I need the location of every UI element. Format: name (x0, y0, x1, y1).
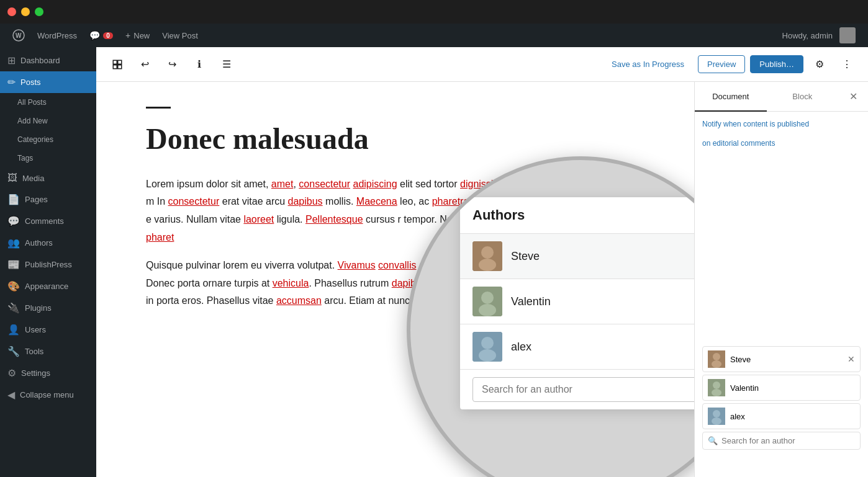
svg-point-19 (713, 381, 720, 389)
sidebar-item-authors[interactable]: 👥 Authors (0, 232, 96, 254)
toolbar-right: Save as In Progress Preview Publish… ⚙ ⋮ (603, 53, 858, 76)
sidebar-item-plugins[interactable]: 🔌 Plugins (0, 297, 96, 319)
tools-icon: 🔧 (7, 345, 20, 357)
redo-button[interactable]: ↪ (161, 53, 183, 76)
tab-block[interactable]: Block (767, 82, 839, 112)
preview-button[interactable]: Preview (698, 55, 745, 73)
sidebar-item-label-all-posts: All Posts (17, 98, 47, 107)
svg-rect-5 (118, 65, 122, 68)
sidebar-item-label-comments: Comments (25, 216, 64, 226)
editorial-link[interactable]: on editorial comments (702, 139, 775, 148)
settings-button[interactable]: ⚙ (808, 53, 831, 76)
svg-rect-4 (113, 65, 117, 68)
svg-rect-3 (118, 60, 122, 64)
panel-body: Notify when content is published on edit… (695, 112, 868, 477)
sidebar-item-all-posts[interactable]: All Posts (0, 93, 96, 112)
sidebar-item-label-posts: Posts (20, 78, 41, 87)
panel-tabs: Document Block ✕ (695, 82, 868, 112)
author-name-alex: alex (511, 341, 531, 354)
admin-bar-notifications[interactable]: 💬 0 (83, 24, 119, 47)
publishpress-icon: 📰 (7, 259, 20, 270)
sidebar-item-label-add-new: Add New (17, 117, 48, 125)
admin-bar-wp-label[interactable]: WordPress (31, 24, 83, 47)
svg-text:W: W (16, 32, 22, 39)
svg-point-22 (713, 410, 720, 417)
add-block-button[interactable] (106, 53, 129, 76)
collapse-icon: ◀ (7, 389, 15, 401)
svg-rect-2 (113, 60, 117, 64)
sidebar-item-appearance[interactable]: 🎨 Appearance (0, 275, 96, 297)
selected-chip-valentin: Valentin (702, 375, 861, 401)
sidebar-item-comments[interactable]: 💬 Comments (0, 210, 96, 232)
publish-button[interactable]: Publish… (750, 55, 803, 73)
author-avatar-alex (472, 332, 502, 362)
media-icon: 🖼 (7, 172, 17, 184)
tab-document[interactable]: Document (695, 82, 767, 112)
sidebar-item-settings[interactable]: ⚙ Settings (0, 362, 96, 384)
sidebar-item-label-collapse: Collapse menu (20, 390, 74, 399)
sidebar-item-label-plugins: Plugins (25, 303, 52, 313)
selected-authors-section: Steve ✕ Valentin (702, 346, 861, 450)
panel-close-button[interactable]: ✕ (842, 86, 864, 108)
post-title[interactable]: Donec malesuada (146, 121, 644, 157)
traffic-light-green[interactable] (35, 7, 43, 16)
sidebar-item-label-appearance: Appearance (25, 282, 68, 291)
svg-point-17 (712, 360, 721, 368)
more-button[interactable]: ⋮ (836, 53, 858, 76)
notify-link[interactable]: Notify when content is published (702, 120, 809, 128)
editor-area: ↩ ↪ ℹ ☰ Save as In Progress Preview Publ… (96, 47, 868, 477)
sidebar-item-label-publishpress: PublishPress (25, 260, 72, 269)
sidebar-item-media[interactable]: 🖼 Media (0, 167, 96, 189)
admin-bar-new[interactable]: + New (119, 24, 156, 47)
sidebar-item-posts[interactable]: ✏ Posts (0, 71, 96, 93)
users-icon: 👤 (7, 324, 20, 336)
author-item-alex[interactable]: alex (460, 324, 694, 370)
admin-bar-view-post[interactable]: View Post (156, 24, 204, 47)
sidebar-item-collapse[interactable]: ◀ Collapse menu (0, 384, 96, 406)
post-body[interactable]: Lorem ipsum dolor sit amet, amet, consec… (146, 176, 644, 311)
chip-name-alex: alex (730, 412, 745, 421)
sidebar-item-dashboard[interactable]: ⊞ Dashboard (0, 50, 96, 71)
svg-rect-12 (472, 332, 502, 362)
chip-name-valentin: Valentin (730, 383, 759, 393)
dashboard-icon: ⊞ (7, 55, 16, 66)
save-button[interactable]: Save as In Progress (603, 56, 693, 73)
list-view-button[interactable]: ☰ (215, 53, 238, 76)
sidebar-item-pages[interactable]: 📄 Pages (0, 189, 96, 210)
search-below-chips: 🔍 (702, 432, 861, 450)
main-layout: ⊞ Dashboard ✏ Posts All Posts Add New Ca… (0, 47, 868, 477)
author-search-input[interactable] (472, 377, 694, 402)
sidebar-item-label-tags: Tags (17, 154, 33, 163)
chips-search-input[interactable] (721, 436, 855, 445)
posts-icon: ✏ (7, 76, 16, 88)
chip-remove-steve[interactable]: ✕ (848, 354, 855, 364)
sidebar-item-categories[interactable]: Categories (0, 130, 96, 149)
sidebar-item-users[interactable]: 👤 Users (0, 319, 96, 341)
appearance-icon: 🎨 (7, 280, 20, 292)
sidebar-item-label-pages: Pages (25, 195, 48, 204)
traffic-light-yellow[interactable] (21, 7, 30, 16)
sidebar-item-label-tools: Tools (25, 347, 43, 356)
title-bar (0, 0, 868, 24)
svg-point-23 (712, 417, 721, 425)
sidebar-item-label-dashboard: Dashboard (20, 56, 60, 65)
post-title-line (146, 107, 171, 109)
sidebar-item-tags[interactable]: Tags (0, 149, 96, 167)
info-button[interactable]: ℹ (188, 53, 210, 76)
sidebar-item-label-media: Media (22, 174, 44, 183)
chip-avatar-alex (708, 408, 725, 425)
settings-icon: ⚙ (7, 367, 16, 379)
sidebar-item-add-new[interactable]: Add New (0, 112, 96, 130)
sidebar-item-tools[interactable]: 🔧 Tools (0, 341, 96, 362)
selected-chip-alex: alex (702, 403, 861, 429)
sidebar-item-publishpress[interactable]: 📰 PublishPress (0, 254, 96, 275)
right-panel: Document Block ✕ Notify when content is … (694, 82, 868, 477)
admin-bar-howdy[interactable]: Howdy, admin (776, 24, 862, 47)
wp-logo[interactable]: W (6, 24, 31, 47)
chip-name-steve: Steve (730, 355, 751, 364)
traffic-light-red[interactable] (7, 7, 16, 16)
undo-button[interactable]: ↩ (133, 53, 156, 76)
sidebar-section-main: ⊞ Dashboard ✏ Posts All Posts Add New Ca… (0, 47, 96, 406)
editor-content: Donec malesuada Lorem ipsum dolor sit am… (96, 82, 694, 477)
sidebar-item-label-authors: Authors (25, 238, 53, 247)
